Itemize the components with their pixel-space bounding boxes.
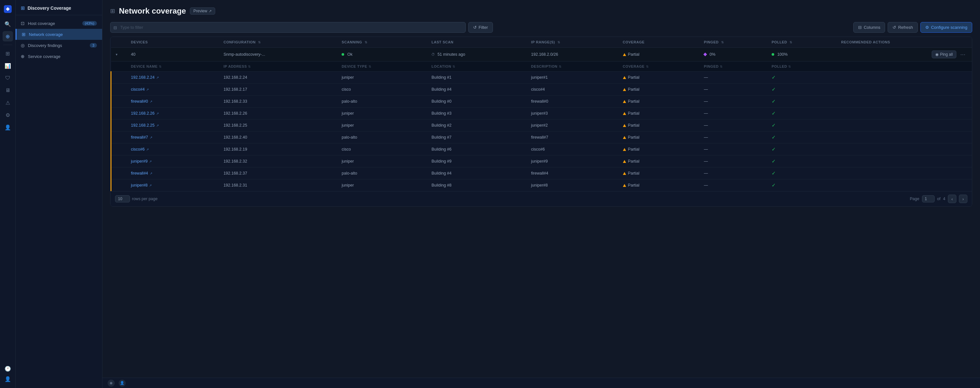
row-polled-6: ✓	[767, 144, 972, 155]
sub-th-ip[interactable]: IP address ⇅	[219, 62, 337, 71]
th-devices[interactable]: Devices	[126, 37, 219, 48]
row-description-9: juniper#8	[527, 179, 618, 192]
row-type-8: palo-alto	[337, 168, 427, 179]
row-type-2: palo-alto	[337, 95, 427, 108]
more-actions-button[interactable]: ⋯	[958, 51, 967, 58]
row-indent-6	[111, 144, 127, 155]
device-name-link-3[interactable]: 192.168.2.26	[131, 111, 154, 116]
row-pinged-2: —	[699, 95, 767, 108]
filter-input-wrap: ⊟	[110, 22, 466, 33]
page-title-row: ⊞ Network coverage Preview ↗	[110, 6, 215, 16]
alert-icon[interactable]: ⚠	[3, 98, 13, 108]
group-expand-cell[interactable]: ▾	[111, 48, 127, 62]
user-icon[interactable]: 👤	[3, 122, 13, 133]
row-ip-6: 192.168.2.19	[219, 144, 337, 155]
expand-icon[interactable]: ▾	[116, 52, 118, 56]
rows-per-page-select[interactable]: 10 25 50	[115, 195, 130, 203]
ext-link-icon-1: ↗	[146, 88, 149, 91]
row-description-6: cisco#6	[527, 144, 618, 155]
avatar-icon[interactable]: 👤	[3, 374, 13, 384]
th-coverage[interactable]: Coverage	[618, 37, 699, 48]
row-pinged-3: —	[699, 108, 767, 119]
sub-th-polled[interactable]: Polled ⇅	[767, 62, 972, 71]
th-polled[interactable]: Polled ⇅	[767, 37, 837, 48]
settings-icon[interactable]: ⚙	[3, 110, 13, 120]
shield-icon[interactable]: 🛡	[3, 73, 13, 83]
sidebar-item-discovery-findings[interactable]: ◎ Discovery findings 3	[16, 40, 102, 51]
sidebar-item-host-coverage[interactable]: ⊡ Host coverage (43%)	[16, 18, 102, 29]
device-name-link-0[interactable]: 192.168.2.24	[131, 75, 154, 80]
th-scanning[interactable]: Scanning ⇅	[337, 37, 427, 48]
sidebar-item-label-host: Host coverage	[28, 21, 55, 26]
discovery-icon[interactable]: ⊕	[3, 31, 13, 41]
device-name-link-1[interactable]: cisco#4	[131, 87, 145, 92]
device-name-link-9[interactable]: juniper#8	[131, 183, 148, 187]
monitor-icon[interactable]: 🖥	[3, 85, 13, 95]
row-pinged-0: —	[699, 71, 767, 84]
row-coverage-val-3: Partial	[628, 111, 640, 116]
row-coverage-0: Partial	[618, 71, 699, 84]
sub-th-type[interactable]: Device type ⇅	[337, 62, 427, 71]
device-name-link-4[interactable]: 192.168.2.25	[131, 123, 154, 128]
configure-label: Configure scanning	[931, 25, 967, 30]
table-body: ▾ 40 Snmp-autodiscovery-... Ok	[111, 48, 972, 192]
th-configuration[interactable]: Configuration ⇅	[219, 37, 337, 48]
refresh-button[interactable]: ↺ Refresh	[888, 22, 918, 33]
th-lastscan[interactable]: Last scan	[427, 37, 526, 48]
sidebar-header: ⊞ Discovery Coverage	[16, 0, 102, 15]
th-pinged[interactable]: Pinged ⇅	[699, 37, 767, 48]
rows-per-page-section: 10 25 50 rows per page	[115, 195, 158, 203]
filter-button[interactable]: ↺ Filter	[468, 22, 493, 33]
clock-icon[interactable]: 🕐	[3, 363, 13, 374]
sub-th-location[interactable]: Location ⇅	[427, 62, 526, 71]
sub-th-coverage[interactable]: Coverage ⇅	[618, 62, 699, 71]
group-config-cell: Snmp-autodiscovery-...	[219, 48, 337, 62]
device-name-link-6[interactable]: cisco#6	[131, 147, 145, 152]
chart-icon[interactable]: 📊	[3, 60, 13, 71]
filter-input[interactable]	[110, 22, 466, 33]
device-name-link-7[interactable]: juniper#9	[131, 159, 148, 163]
row-ip-7: 192.168.2.32	[219, 155, 337, 168]
preview-badge[interactable]: Preview ↗	[190, 8, 215, 14]
bottom-icon-1[interactable]: ◉	[108, 380, 115, 387]
row-coverage-7: Partial	[618, 155, 699, 168]
refresh-small-icon: ↺	[473, 25, 477, 30]
row-coverage-val-2: Partial	[628, 99, 640, 104]
search-icon[interactable]: 🔍	[3, 19, 13, 29]
sub-th-spacer	[111, 62, 127, 71]
table-header-row: Devices Configuration ⇅ Scanning ⇅ Last …	[111, 37, 972, 48]
configure-scanning-button[interactable]: ⚙ Configure scanning	[920, 22, 972, 33]
sidebar-item-service-coverage[interactable]: ⊕ Service coverage	[16, 51, 102, 62]
row-indent-4	[111, 119, 127, 131]
device-name-link-2[interactable]: firewall#0	[131, 99, 148, 104]
th-iprange[interactable]: IP range(s) ⇅	[527, 37, 618, 48]
row-polled-8: ✓	[767, 168, 972, 179]
sub-th-pinged[interactable]: Pinged ⇅	[699, 62, 767, 71]
service-coverage-icon: ⊕	[21, 54, 25, 59]
sidebar-item-network-coverage[interactable]: ⊞ Network coverage	[16, 29, 102, 40]
table-row: firewall#0 ↗ 192.168.2.33 palo-alto Buil…	[111, 95, 972, 108]
row-coverage-icon-4	[623, 124, 626, 127]
group-lastscan-value: 51 minutes ago	[438, 52, 465, 57]
row-coverage-icon-1	[623, 88, 626, 91]
page-select[interactable]: 1 2 3 4	[922, 195, 935, 203]
device-name-link-8[interactable]: firewall#4	[131, 171, 148, 176]
sidebar-header-icon: ⊞	[21, 5, 25, 11]
sub-th-description[interactable]: Description ⇅	[527, 62, 618, 71]
next-page-button[interactable]: ›	[959, 195, 967, 203]
bottom-icon-2[interactable]: 👤	[119, 380, 126, 387]
columns-button[interactable]: ⊟ Columns	[853, 22, 885, 33]
external-link-icon: ↗	[209, 9, 212, 13]
row-description-7: juniper#9	[527, 155, 618, 168]
device-name-link-5[interactable]: firewall#7	[131, 135, 148, 139]
prev-page-button[interactable]: ‹	[948, 195, 956, 203]
row-name-5: firewall#7 ↗	[126, 131, 219, 144]
row-name-8: firewall#4 ↗	[126, 168, 219, 179]
sub-th-name[interactable]: Device name ⇅	[126, 62, 219, 71]
row-name-3: 192.168.2.26 ↗	[126, 108, 219, 119]
row-location-4: Building #2	[427, 119, 526, 131]
ping-all-button[interactable]: ◉ Ping all	[932, 51, 956, 58]
grid-icon[interactable]: ⊞	[3, 48, 13, 59]
th-iprange-label: IP range(s)	[531, 40, 555, 44]
group-scanning-value: Ok	[347, 52, 353, 57]
